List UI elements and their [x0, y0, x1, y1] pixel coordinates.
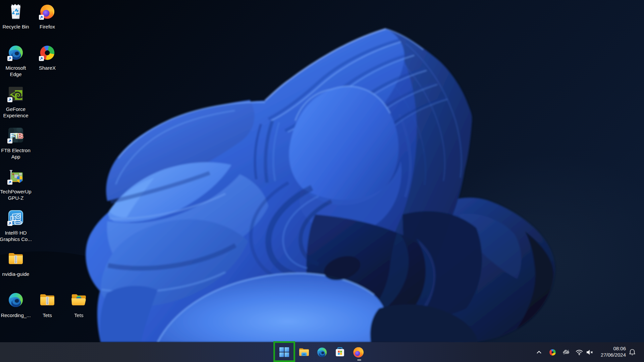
svg-text:intel: intel [15, 221, 21, 224]
svg-text:B: B [17, 131, 22, 139]
